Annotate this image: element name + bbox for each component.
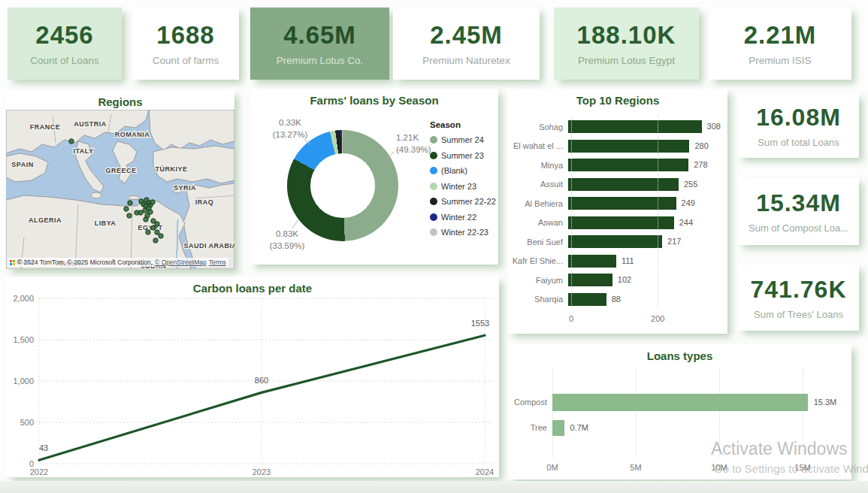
legend-item[interactable]: Summer 24 (430, 132, 496, 148)
top10-bar[interactable] (568, 293, 606, 306)
carbon-loans-line-card: Carbon loans per date 2,0001,5001,000500… (6, 277, 499, 477)
kpi-value: 4.65M (283, 21, 356, 50)
legend-item[interactable]: Winter 22 (430, 210, 496, 225)
top10-bar-row[interactable]: Beni Suef217 (508, 232, 723, 252)
top10-bar[interactable] (568, 197, 676, 210)
kpi-label: Premium Lotus Egypt (578, 55, 675, 66)
kpi-label: Sum of total Loans (758, 137, 839, 148)
top10-bar-row[interactable]: Aswan244 (508, 213, 723, 233)
top10-value-label: 88 (612, 295, 621, 304)
map-country-label: TÜRKIYE (155, 165, 187, 173)
top10-category-label: Al Behiera (508, 199, 568, 208)
legend-color-dot (430, 152, 437, 159)
top10-category-label: Minya (508, 161, 568, 170)
line-chart-title: Carbon loans per date (6, 277, 499, 295)
top10-bar[interactable] (568, 140, 689, 153)
callout-blank: 0.33K (13.27%) (267, 117, 313, 141)
map-country-label: ROMANIA (115, 131, 150, 138)
farm-location-dot[interactable] (144, 217, 148, 222)
top10-axis-tick: 200 (651, 314, 664, 323)
top10-bar-row[interactable]: El wahat el ...280 (508, 137, 723, 156)
top10-bar-row[interactable]: Sharqia88 (508, 290, 723, 310)
legend-color-dot (430, 198, 437, 205)
top10-gridline (571, 116, 572, 308)
top10-category-label: Sohag (508, 122, 568, 132)
loans-bar[interactable] (552, 394, 808, 411)
map-attribution: © 2024 TomTom, © 2025 Microsoft Corporat… (8, 258, 228, 267)
loans-axis-tick: 10M (711, 463, 727, 472)
top10-bar-row[interactable]: Kafr El Shie...111 (508, 252, 723, 271)
kpi-card-count-of-loans[interactable]: 2456 Count of Loans (8, 8, 122, 80)
farm-location-dot[interactable] (155, 222, 159, 226)
map-country-label: AUSTRIA (74, 120, 107, 128)
farm-location-dot[interactable] (127, 213, 132, 218)
legend-item[interactable]: Summer 23 (430, 148, 496, 164)
top10-bar-row[interactable]: Faiyum102 (508, 271, 723, 290)
regions-map[interactable]: FRANCEAUSTRIAROMANIAITALYSPAINGREECETÜRK… (6, 110, 234, 269)
top10-bar-row[interactable]: Assuit255 (508, 175, 723, 195)
farm-location-dot[interactable] (143, 208, 147, 213)
loans-types-card: Loans types 0M5M10M15MCompost15.3MTree0.… (508, 344, 851, 479)
terms-link[interactable]: Terms (209, 258, 226, 267)
kpi-card-total-loans[interactable]: 16.08M Sum of total Loans (738, 93, 859, 158)
loans-axis-tick: 0M (546, 463, 558, 472)
farm-location-dot[interactable] (128, 201, 132, 205)
kpi-label: Premium Lotus Co. (277, 55, 364, 66)
loans-bar[interactable] (552, 420, 564, 436)
map-country-label: SAUDI ARABIA (183, 242, 234, 250)
farm-location-dot[interactable] (124, 207, 129, 211)
legend-item[interactable]: Summer 22-22 (430, 194, 496, 210)
top10-bar[interactable] (568, 159, 688, 171)
legend-label: Winter 22-23 (441, 228, 488, 237)
farm-location-dot[interactable] (135, 210, 139, 215)
top10-bar-track: 255 (568, 175, 723, 195)
callout-summer24: 1.21K (49.39%) (396, 132, 431, 156)
top10-bar-row[interactable]: Minya278 (508, 156, 723, 175)
legend-label: Summer 22-22 (441, 197, 496, 206)
farm-location-dot[interactable] (155, 230, 159, 234)
farm-location-dot[interactable] (150, 200, 155, 204)
carbon-loans-line-chart[interactable]: 2,0001,5001,0005000202220232024438601553 (6, 295, 499, 477)
farm-location-dot[interactable] (146, 230, 150, 234)
top10-bar[interactable] (568, 235, 662, 248)
top10-bar-row[interactable]: Sohag308 (508, 117, 723, 137)
farm-location-dot[interactable] (159, 234, 163, 238)
legend-title: Season (430, 120, 496, 129)
top10-bar[interactable] (568, 120, 702, 133)
loans-types-title: Loans types (508, 344, 851, 362)
kpi-card-trees-loans[interactable]: 741.76K Sum of Trees' Loans (738, 265, 859, 331)
top10-value-label: 280 (694, 141, 708, 150)
legend-item[interactable]: Winter 23 (430, 179, 496, 195)
top10-category-label: Faiyum (508, 276, 568, 285)
top10-bar-track: 249 (568, 194, 723, 213)
top10-bar-row[interactable]: Al Behiera249 (508, 194, 723, 213)
legend-item[interactable]: Winter 22-23 (430, 225, 496, 240)
openstreetmap-link[interactable]: © OpenStreetMap (155, 258, 207, 267)
kpi-card-premium-isis[interactable]: 2.21M Premium ISIS (709, 8, 851, 80)
top10-bar[interactable] (568, 255, 616, 268)
farm-location-dot[interactable] (151, 225, 156, 230)
top10-category-label: Beni Suef (508, 237, 568, 246)
farm-location-dot[interactable] (69, 139, 74, 144)
kpi-card-compost-loans[interactable]: 15.34M Sum of Compost Loa... (738, 177, 859, 245)
top10-bar-track: 111 (568, 252, 723, 271)
donut-hole (310, 153, 375, 218)
top10-bar[interactable] (568, 274, 612, 286)
kpi-card-premium-lotus-co[interactable]: 4.65M Premium Lotus Co. (250, 8, 389, 80)
farm-location-dot[interactable] (153, 238, 158, 243)
top10-regions-card: Top 10 Regions Sohag308El wahat el ...28… (508, 89, 727, 334)
map-country-label: FRANCE (30, 123, 61, 131)
kpi-card-premium-naturetex[interactable]: 2.45M Premium Naturetex (393, 8, 540, 80)
top10-bar[interactable] (568, 178, 679, 191)
loans-gridline (803, 368, 803, 457)
legend-item[interactable]: (Blank) (430, 163, 496, 179)
legend-label: (Blank) (441, 166, 467, 175)
donut-legend: Season Summer 24Summer 23(Blank)Winter 2… (430, 120, 496, 240)
top10-gridline (658, 116, 658, 308)
top10-value-label: 255 (684, 180, 697, 189)
map-country-label: IRAQ (195, 198, 214, 206)
kpi-card-count-of-farms[interactable]: 1688 Count of farms (132, 8, 239, 80)
kpi-card-premium-lotus-egypt[interactable]: 188.10K Premium Lotus Egypt (554, 8, 699, 80)
loans-value-label: 15.3M (814, 398, 837, 407)
map-title: Regions (6, 90, 234, 108)
